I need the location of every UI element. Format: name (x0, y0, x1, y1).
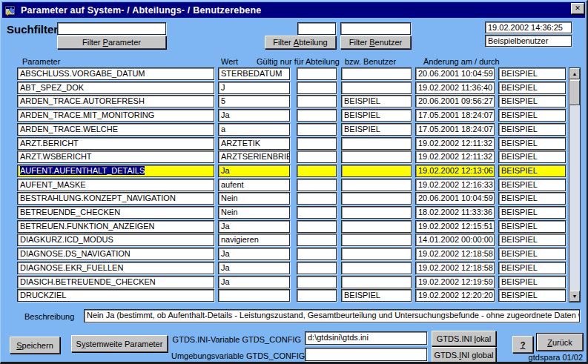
help-button[interactable]: ? (512, 336, 533, 353)
scrollbar-thumb[interactable] (569, 80, 580, 105)
durch-cell[interactable]: BEISPIEL (498, 95, 566, 107)
param-cell[interactable]: ARDEN_TRACE.AUTOREFRESH (17, 95, 214, 107)
abteilung-cell[interactable] (297, 220, 337, 233)
umgebungsvariable-field[interactable] (305, 348, 427, 361)
wert-cell[interactable]: ARZTETIK (218, 137, 290, 150)
durch-cell[interactable]: BEISPIEL (498, 67, 566, 80)
scroll-up-button[interactable]: ▲ (569, 68, 580, 79)
benutzer-cell[interactable]: BEISPIEL (341, 289, 412, 302)
benutzer-cell[interactable] (341, 179, 412, 191)
filter-abteilung-button[interactable]: Filter Abteilung (265, 36, 336, 49)
abteilung-filter-input[interactable] (297, 22, 336, 35)
param-cell[interactable]: ABSCHLUSS.VORGABE_DATUM (17, 67, 214, 80)
benutzer-cell[interactable] (341, 67, 412, 80)
param-cell[interactable]: DIAGKURZ.ICD_MODUS (17, 234, 214, 246)
abteilung-cell[interactable] (297, 109, 337, 122)
abteilung-cell[interactable] (297, 289, 337, 302)
datum-cell[interactable]: 19.02.2002 12:20:20 (415, 289, 495, 302)
abteilung-cell[interactable] (297, 276, 337, 288)
param-cell[interactable]: DIAGNOSE.DS_NAVIGATION (17, 248, 214, 260)
wert-cell[interactable]: Ja (218, 109, 290, 122)
wert-cell[interactable]: Ja (218, 276, 290, 288)
benutzer-cell[interactable]: BEISPIEL (341, 95, 412, 107)
wert-cell[interactable]: a (218, 123, 290, 136)
durch-cell[interactable]: BEISPIEL (498, 165, 566, 177)
datum-cell[interactable]: 18.02.2002 11:33:36 (415, 206, 495, 219)
datum-cell[interactable]: 20.06.2001 10:04:59 (415, 192, 495, 205)
param-cell[interactable]: ARDEN_TRACE.WELCHE (17, 123, 214, 136)
param-cell[interactable]: ARZT.WSBERICHT (17, 150, 214, 163)
wert-cell[interactable]: 5 (218, 95, 290, 107)
param-cell[interactable]: AUFENT_MASKE (17, 179, 214, 191)
wert-cell[interactable]: aufent (218, 179, 290, 191)
param-cell[interactable]: BESTRAHLUNG.KONZEPT_NAVIGATION (17, 192, 214, 205)
systemweite-parameter-button[interactable]: Systemweite Parameter (71, 335, 168, 352)
durch-cell[interactable]: BEISPIEL (498, 179, 566, 191)
datum-cell[interactable]: 17.05.2001 18:24:07 (415, 109, 495, 122)
benutzer-cell[interactable] (341, 248, 412, 260)
param-cell[interactable]: AUFENT.AUFENTHALT_DETAILS (17, 165, 214, 177)
abteilung-cell[interactable] (297, 137, 337, 150)
gtds-ini-lokal-button[interactable]: GTDS.INI lokal (432, 331, 496, 346)
benutzer-cell[interactable]: BEISPIEL (341, 123, 412, 136)
wert-cell[interactable]: Nein (218, 192, 290, 205)
datum-cell[interactable]: 19.02.2002 12:11:32 (415, 150, 495, 163)
abteilung-cell[interactable] (297, 123, 337, 136)
scroll-down-button[interactable]: ▼ (569, 291, 580, 302)
speichern-button[interactable]: Speichern (10, 337, 60, 354)
datum-cell[interactable]: 19.02.2002 12:18:58 (415, 262, 495, 274)
gtds-ini-global-button[interactable]: GTDS.INI global (432, 347, 496, 363)
durch-cell[interactable]: BEISPIEL (498, 82, 566, 94)
datum-cell[interactable]: 20.06.2001 09:56:27 (415, 95, 495, 107)
abteilung-cell[interactable] (297, 95, 337, 107)
benutzer-cell[interactable] (341, 234, 412, 246)
abteilung-cell[interactable] (297, 192, 337, 205)
datum-cell[interactable]: 19.02.2002 11:36:40 (415, 82, 495, 94)
param-cell[interactable]: DRUCKZIEL (17, 289, 214, 302)
benutzer-cell[interactable] (341, 165, 412, 177)
abteilung-cell[interactable] (297, 179, 337, 191)
benutzer-cell[interactable] (341, 150, 412, 163)
abteilung-cell[interactable] (297, 248, 337, 260)
wert-cell[interactable] (218, 289, 290, 302)
abteilung-cell[interactable] (297, 262, 337, 274)
durch-cell[interactable]: BEISPIEL (498, 276, 566, 288)
abteilung-cell[interactable] (297, 234, 337, 246)
gtds-ini-variable-field[interactable]: d:\gtdsini\gtds.ini (305, 331, 427, 345)
benutzer-cell[interactable] (341, 206, 412, 219)
close-button[interactable]: ✕ (571, 3, 584, 14)
durch-cell[interactable]: BEISPIEL (498, 234, 566, 246)
benutzer-cell[interactable]: BEISPIEL (341, 109, 412, 122)
wert-cell[interactable]: STERBEDATUM (218, 67, 290, 80)
wert-cell[interactable]: Ja (218, 262, 290, 274)
benutzer-filter-input[interactable] (340, 22, 411, 35)
filter-benutzer-button[interactable]: Filter Benutzer (340, 36, 411, 49)
durch-cell[interactable]: BEISPIEL (498, 289, 566, 302)
abteilung-cell[interactable] (297, 150, 337, 163)
wert-cell[interactable]: navigieren (218, 234, 290, 246)
wert-cell[interactable]: Ja (218, 165, 290, 177)
durch-cell[interactable]: BEISPIEL (498, 123, 566, 136)
abteilung-cell[interactable] (297, 67, 337, 80)
wert-cell[interactable]: Ja (218, 248, 290, 260)
durch-cell[interactable]: BEISPIEL (498, 109, 566, 122)
wert-cell[interactable]: J (218, 82, 290, 94)
datum-cell[interactable]: 20.06.2001 10:04:59 (415, 67, 495, 80)
benutzer-cell[interactable] (341, 262, 412, 274)
durch-cell[interactable]: BEISPIEL (498, 206, 566, 219)
durch-cell[interactable]: BEISPIEL (498, 262, 566, 274)
datum-cell[interactable]: 19.02.2002 12:15:51 (415, 220, 495, 233)
suchfilter-input[interactable] (57, 22, 166, 35)
table-scrollbar[interactable]: ▲ ▼ (569, 67, 581, 302)
benutzer-cell[interactable] (341, 192, 412, 205)
filter-parameter-button[interactable]: Filter Parameter (57, 36, 166, 49)
datum-cell[interactable]: 19.02.2002 12:16:33 (415, 179, 495, 191)
durch-cell[interactable]: BEISPIEL (498, 137, 566, 150)
zurueck-button[interactable]: Zurück (537, 334, 583, 351)
param-cell[interactable]: BETREUENDE_CHECKEN (17, 206, 214, 219)
abteilung-cell[interactable] (297, 206, 337, 219)
wert-cell[interactable]: Nein (218, 206, 290, 219)
param-cell[interactable]: ABT_SPEZ_DOK (17, 82, 214, 94)
durch-cell[interactable]: BEISPIEL (498, 192, 566, 205)
param-cell[interactable]: ARDEN_TRACE.MIT_MONITORING (17, 109, 214, 122)
